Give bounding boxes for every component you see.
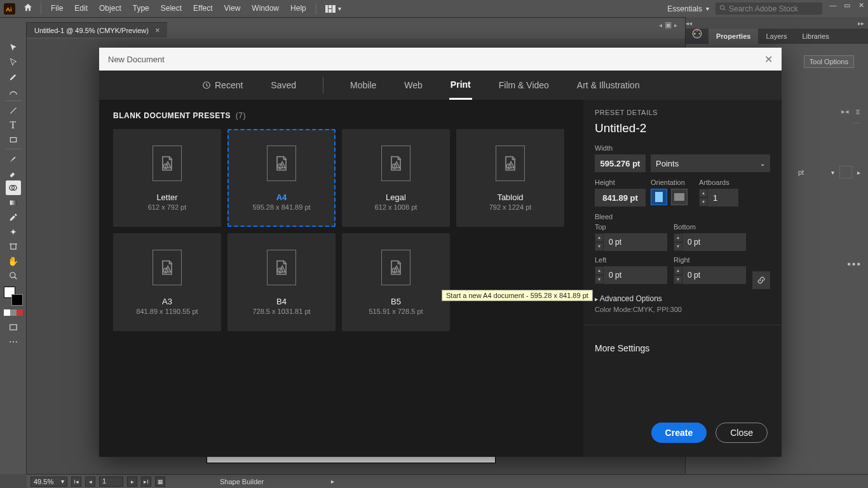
zoom-tool-icon[interactable]: [6, 268, 21, 283]
bleed-left-input[interactable]: 0 pt: [604, 266, 667, 284]
doc-nav-next[interactable]: ▸: [674, 22, 677, 29]
status-more-icon[interactable]: ▸: [331, 478, 334, 485]
width-input[interactable]: 595.276 pt: [595, 154, 646, 172]
tab-art-illustration[interactable]: Art & Illustration: [576, 71, 641, 100]
menu-effect[interactable]: Effect: [187, 0, 218, 17]
align-grid-icon[interactable]: [839, 166, 852, 179]
distribute-icon[interactable]: ⧖: [855, 107, 860, 116]
rectangle-tool-icon[interactable]: [6, 132, 21, 147]
preset-tabloid[interactable]: Tabloid792 x 1224 pt: [456, 129, 564, 227]
next-artboard-button[interactable]: ▸: [127, 477, 137, 487]
expand-icon[interactable]: ▸: [857, 169, 860, 176]
arrange-documents-button[interactable]: ▾: [325, 5, 341, 13]
menu-type[interactable]: Type: [127, 0, 155, 17]
eraser-tool-icon[interactable]: [6, 166, 21, 180]
panel-menu-icon[interactable]: ▸▸: [858, 20, 864, 27]
tab-mobile[interactable]: Mobile: [349, 71, 377, 100]
brush-tool-icon[interactable]: [6, 151, 21, 166]
bleed-left-stepper[interactable]: ▴▾: [595, 266, 604, 284]
fill-stroke-swatch[interactable]: [4, 287, 23, 306]
bleed-right-stepper[interactable]: ▴▾: [674, 266, 682, 284]
search-icon: [719, 4, 726, 13]
artboards-stepper[interactable]: ▴▾: [699, 189, 708, 207]
menu-file[interactable]: File: [45, 0, 69, 17]
artboard-number-field[interactable]: 1: [99, 477, 123, 487]
dialog-close-icon[interactable]: ✕: [764, 53, 773, 65]
preset-a4[interactable]: A4595.28 x 841.89 pt: [227, 129, 336, 227]
maximize-button[interactable]: ▭: [840, 1, 854, 10]
hand-tool-icon[interactable]: ✋: [6, 254, 21, 268]
tool-options-button[interactable]: Tool Options: [804, 55, 854, 68]
preset-legal[interactable]: Legal612 x 1008 pt: [342, 129, 450, 227]
artboards-input[interactable]: 1: [708, 189, 738, 207]
tab-film-video[interactable]: Film & Video: [498, 71, 550, 100]
symbol-sprayer-tool-icon[interactable]: ✦: [6, 224, 21, 239]
close-button[interactable]: ✕: [854, 1, 868, 10]
advanced-options-toggle[interactable]: ▸ Advanced Options: [595, 294, 770, 303]
line-tool-icon[interactable]: [6, 103, 21, 118]
orientation-portrait[interactable]: [651, 189, 667, 205]
type-tool-icon[interactable]: T: [6, 118, 21, 132]
link-bleed-icon[interactable]: [752, 271, 770, 289]
zoom-field[interactable]: 49.5%▾: [31, 477, 67, 487]
artboard-nav-icon[interactable]: ▦: [155, 477, 165, 487]
color-panel-icon[interactable]: [684, 28, 710, 44]
tab-print[interactable]: Print: [449, 71, 472, 100]
first-artboard-button[interactable]: I◂: [71, 477, 81, 487]
home-icon[interactable]: [19, 3, 37, 15]
tab-saved[interactable]: Saved: [269, 71, 297, 100]
shape-builder-tool-icon[interactable]: [6, 180, 21, 195]
gradient-tool-icon[interactable]: [6, 195, 21, 210]
document-tab[interactable]: Untitled-1 @ 49.5% (CMYK/Preview): [34, 27, 149, 34]
align-icon[interactable]: ▸◂: [841, 107, 849, 116]
preset-a3[interactable]: A3841.89 x 1190.55 pt: [113, 233, 221, 331]
create-button[interactable]: Create: [651, 423, 707, 443]
document-name-field[interactable]: Untitled-2: [595, 121, 770, 135]
tab-recent[interactable]: Recent: [201, 71, 244, 100]
bleed-right-input[interactable]: 0 pt: [682, 266, 746, 284]
menu-object[interactable]: Object: [93, 0, 127, 17]
preset-letter[interactable]: Letter612 x 792 pt: [113, 129, 221, 227]
workspace-switcher[interactable]: Essentials▾: [661, 4, 715, 13]
menu-help[interactable]: Help: [285, 0, 312, 17]
tab-web[interactable]: Web: [403, 71, 424, 100]
last-artboard-button[interactable]: ▸I: [141, 477, 151, 487]
doc-nav-icon[interactable]: ▣: [665, 20, 672, 29]
units-select[interactable]: Points⌄: [651, 154, 770, 172]
screen-mode-icon[interactable]: [6, 320, 21, 334]
artboard-tool-icon[interactable]: [6, 239, 21, 254]
presets-header: BLANK DOCUMENT PRESETS: [113, 111, 231, 120]
unit-field[interactable]: pt: [798, 168, 826, 176]
edit-toolbar-icon[interactable]: ⋯: [6, 334, 21, 349]
prev-artboard-button[interactable]: ◂: [85, 477, 95, 487]
preset-b5[interactable]: B5515.91 x 728.5 pt: [342, 233, 450, 331]
color-mode-row[interactable]: [4, 309, 23, 316]
doc-nav-prev[interactable]: ◂: [659, 22, 662, 29]
menu-view[interactable]: View: [219, 0, 247, 17]
minimize-button[interactable]: —: [826, 1, 840, 9]
more-settings-button[interactable]: More Settings: [595, 343, 770, 353]
preset-b4[interactable]: B4728.5 x 1031.81 pt: [227, 233, 336, 331]
bleed-top-input[interactable]: 0 pt: [604, 233, 667, 251]
direct-selection-tool-icon[interactable]: [6, 55, 21, 69]
libraries-tab[interactable]: Libraries: [794, 29, 836, 44]
curvature-tool-icon[interactable]: [6, 84, 21, 98]
menu-window[interactable]: Window: [246, 0, 285, 17]
height-input[interactable]: 841.89 pt: [595, 189, 646, 207]
search-stock-input[interactable]: Search Adobe Stock: [715, 3, 822, 15]
bleed-bottom-stepper[interactable]: ▴▾: [674, 233, 682, 251]
close-tab-icon[interactable]: ×: [155, 25, 160, 35]
bleed-top-stepper[interactable]: ▴▾: [595, 233, 604, 251]
menu-edit[interactable]: Edit: [69, 0, 93, 17]
close-button[interactable]: Close: [715, 423, 768, 443]
properties-tab[interactable]: Properties: [709, 29, 758, 44]
layers-tab[interactable]: Layers: [758, 29, 794, 44]
collapse-panels-icon[interactable]: ◂◂: [686, 20, 692, 27]
panel-options-icon[interactable]: •••: [847, 259, 862, 270]
bleed-bottom-input[interactable]: 0 pt: [682, 233, 746, 251]
orientation-landscape[interactable]: [671, 189, 688, 205]
selection-tool-icon[interactable]: [6, 40, 21, 55]
menu-select[interactable]: Select: [155, 0, 187, 17]
eyedropper-tool-icon[interactable]: [6, 210, 21, 224]
pen-tool-icon[interactable]: [6, 69, 21, 84]
